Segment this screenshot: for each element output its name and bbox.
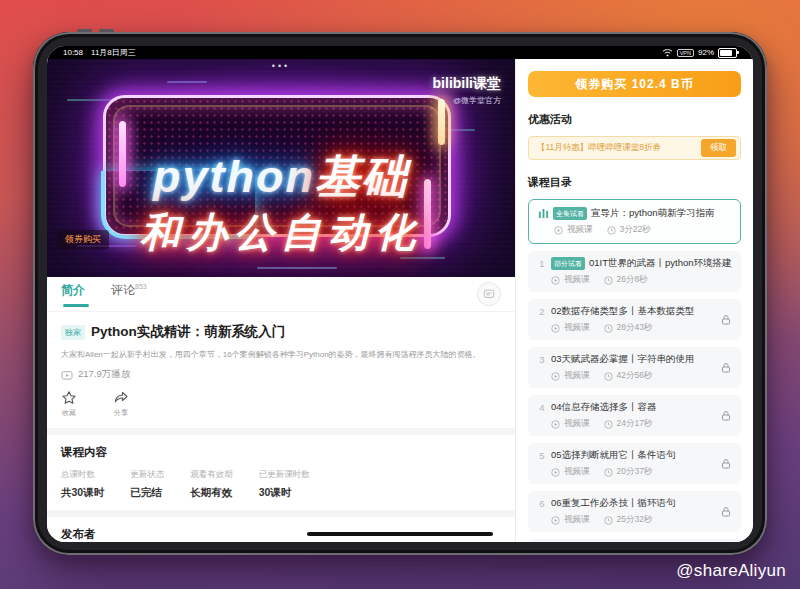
stat-label: 观看有效期: [190, 469, 233, 481]
clock-icon: [607, 226, 616, 235]
bilibili-logo: bilibili课堂: [433, 75, 501, 93]
stat-label: 更新状态: [130, 469, 164, 481]
danmaku-icon: [483, 288, 495, 300]
tablet-device: 10:58 11月8日周三 VPN 92%: [33, 32, 767, 555]
course-title: Python实战精讲：萌新系统入门: [91, 323, 285, 341]
stat-value: 共30课时: [61, 486, 104, 500]
episode-row[interactable]: 2 02数据存储类型多丨基本数据类型 视频课 28分43秒: [528, 299, 741, 340]
episode-title: 05选择判断就用它丨条件语句: [551, 449, 676, 462]
episode-duration: 24分17秒: [617, 418, 653, 430]
episode-row[interactable]: 5 05选择判断就用它丨条件语句 视频课 20分37秒: [528, 443, 741, 484]
stat-value: 30课时: [259, 486, 310, 500]
episode-title: 03天赋武器必掌握丨字符串的使用: [551, 353, 695, 366]
neon-title-line1: python基础: [47, 147, 515, 207]
wifi-icon: [662, 48, 673, 57]
course-sidebar: 领券购买 102.4 B币 优惠活动 【11月特惠】哔哩哔哩课堂8折券 领取 课…: [515, 59, 753, 542]
neon-text-jichu: 基础: [315, 151, 409, 202]
clock-icon: [604, 468, 613, 477]
episode-type: 视频课: [567, 224, 593, 236]
neon-title-line2: 和办公自动化: [47, 205, 515, 260]
video-player[interactable]: python基础 和办公自动化 ••• bilibili课堂 @微学堂官方 领券…: [47, 59, 515, 277]
episode-index: 5: [537, 450, 547, 461]
episode-row[interactable]: 7 07停止循环姿势多丨break_continue: [528, 539, 741, 542]
episode-index: 2: [537, 306, 547, 317]
episode-type: 视频课: [564, 370, 590, 382]
share-icon: [113, 390, 129, 406]
episode-type: 视频课: [564, 514, 590, 526]
tab-bar: 简介 评论853: [47, 277, 515, 312]
episode-title: 04信息存储选择多丨容器: [551, 401, 657, 414]
play-circle-icon: [551, 516, 560, 525]
lock-icon: [720, 458, 732, 470]
episode-row[interactable]: 6 06重复工作必杀技丨循环语句 视频课 25分32秒: [528, 491, 741, 532]
play-circle-icon: [551, 372, 560, 381]
glitch-streak: [167, 81, 207, 83]
coupon-banner[interactable]: 【11月特惠】哔哩哔哩课堂8折券 领取: [528, 136, 741, 160]
play-circle-icon: [551, 468, 560, 477]
episode-list: 全集试看 宣导片：python萌新学习指南 视频课 3分22秒: [528, 199, 741, 542]
tab-intro[interactable]: 简介: [61, 282, 85, 307]
promo-heading: 优惠活动: [528, 112, 741, 127]
stat-total: 总课时数 共30课时: [61, 469, 104, 500]
lock-icon: [720, 410, 732, 422]
tab-comments[interactable]: 评论853: [111, 282, 147, 307]
coupon-text: 【11月特惠】哔哩哔哩课堂8折券: [537, 142, 701, 154]
clock-icon: [604, 516, 613, 525]
episode-duration: 28分43秒: [617, 322, 653, 334]
trial-badge: 全集试看: [553, 207, 587, 220]
episode-index: 4: [537, 402, 547, 413]
stat-value: 长期有效: [190, 486, 233, 500]
content-info-heading: 课程内容: [61, 445, 501, 460]
section-divider: [47, 510, 515, 517]
episode-duration: 42分56秒: [617, 370, 653, 382]
share-button[interactable]: 分享: [113, 390, 129, 418]
play-circle-icon: [551, 324, 560, 333]
episode-row[interactable]: 1 部分试看 01IT世界的武器丨python环境搭建_第一个 视频课 26分8…: [528, 251, 741, 292]
episode-index: 3: [537, 354, 547, 365]
battery-icon: [718, 48, 737, 58]
clock-icon: [604, 276, 613, 285]
tab-comments-label: 评论: [111, 283, 135, 297]
clock-icon: [604, 372, 613, 381]
catalog-heading: 课程目录: [528, 175, 741, 190]
play-circle-icon: [554, 226, 563, 235]
vpn-badge: VPN: [677, 49, 694, 57]
claim-coupon-button[interactable]: 领取: [701, 139, 736, 157]
episode-index: 6: [537, 498, 547, 509]
episode-duration: 20分37秒: [617, 466, 653, 478]
course-stats: 总课时数 共30课时 更新状态 已完结 观看有效期 长期有效: [61, 469, 501, 500]
channel-logo: bilibili课堂 @微学堂官方: [433, 75, 501, 106]
section-divider: [47, 428, 515, 435]
view-count: 217.9万播放: [78, 368, 130, 381]
video-coupon-badge[interactable]: 领券购买: [57, 230, 109, 249]
player-more-icon[interactable]: •••: [272, 61, 290, 71]
play-circle-icon: [551, 420, 560, 429]
episode-row[interactable]: 3 03天赋武器必掌握丨字符串的使用 视频课 42分56秒: [528, 347, 741, 388]
star-icon: [61, 390, 77, 406]
battery-percent: 92%: [698, 48, 714, 57]
comments-count: 853: [135, 283, 147, 290]
status-date: 11月8日周三: [91, 47, 136, 58]
episode-row-current[interactable]: 全集试看 宣导片：python萌新学习指南 视频课 3分22秒: [528, 199, 741, 244]
buy-button[interactable]: 领券购买 102.4 B币: [528, 71, 741, 97]
clock-icon: [604, 420, 613, 429]
episode-row[interactable]: 4 04信息存储选择多丨容器 视频课 24分17秒: [528, 395, 741, 436]
tablet-screen: 10:58 11月8日周三 VPN 92%: [47, 46, 753, 542]
episode-title: 06重复工作必杀技丨循环语句: [551, 497, 676, 510]
danmaku-toggle[interactable]: [477, 282, 501, 306]
episode-index: 1: [537, 258, 547, 269]
volume-button: [77, 29, 92, 32]
status-bar: 10:58 11月8日周三 VPN 92%: [47, 46, 753, 59]
favorite-label: 收藏: [62, 408, 76, 418]
favorite-button[interactable]: 收藏: [61, 390, 77, 418]
glitch-streak: [257, 267, 337, 269]
course-description: 大家和Allen一起从新手村出发，用四个章节，16个案例解锁各种学习Python…: [61, 349, 501, 360]
clock-time: 10:58: [63, 48, 83, 57]
home-indicator[interactable]: [307, 532, 493, 536]
share-label: 分享: [114, 408, 128, 418]
clock-icon: [604, 324, 613, 333]
lock-icon: [720, 362, 732, 374]
stat-status: 更新状态 已完结: [130, 469, 164, 500]
exclusive-badge: 独家: [61, 325, 85, 340]
now-playing-icon: [538, 208, 549, 219]
